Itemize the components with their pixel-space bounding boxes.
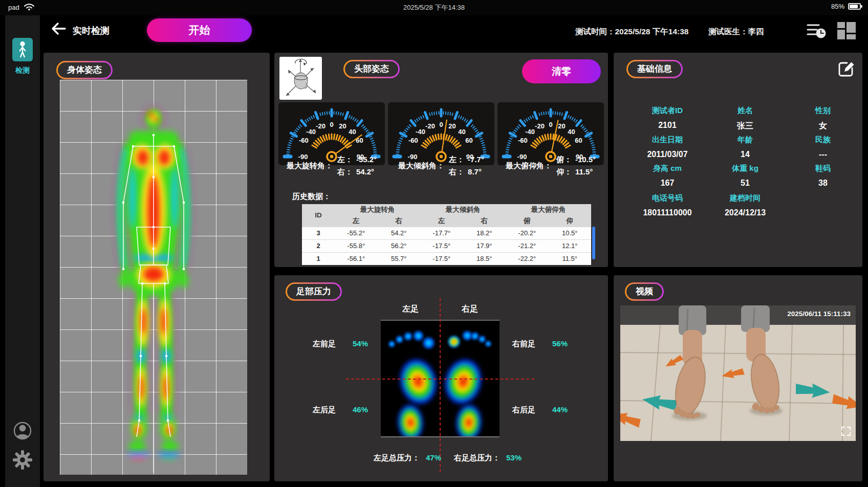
left-forefoot-label: 左前足 — [313, 339, 336, 348]
field-value: 张三 — [707, 121, 784, 131]
svg-text:40: 40 — [458, 128, 465, 136]
body-posture-title: 身体姿态 — [56, 61, 113, 79]
svg-text:-40: -40 — [525, 128, 535, 136]
field-value: 2024/12/13 — [707, 208, 784, 217]
left-rearfoot-label: 左后足 — [313, 405, 336, 414]
body-thermal-figure — [90, 95, 218, 474]
field-value: --- — [785, 150, 861, 159]
right-rearfoot-value: 44% — [552, 405, 568, 414]
history-label: 历史数据： — [292, 192, 331, 202]
left-rearfoot-value: 46% — [353, 405, 368, 414]
body-scan-grid — [60, 80, 247, 475]
field-label: 测试者ID — [629, 106, 706, 116]
status-datetime: 2025/5/28 下午14:38 — [0, 3, 868, 12]
rotation-right-value: 54.2° — [356, 167, 374, 177]
sidebar-item-label: 检测 — [5, 66, 40, 75]
account-icon[interactable] — [13, 421, 32, 440]
layout-grid-icon[interactable] — [837, 22, 857, 39]
tilt-right-value: 8.7° — [468, 167, 482, 177]
sidebar: 检测 — [5, 15, 40, 487]
svg-text:20: 20 — [339, 122, 346, 130]
svg-text:-40: -40 — [306, 128, 316, 136]
field-value: 2101 — [629, 121, 706, 130]
clear-button[interactable]: 清零 — [522, 59, 601, 83]
test-time-label: 测试时间： — [575, 27, 615, 36]
table-row: 2 -55.8°56.2° -17.5°17.9° -21.2°12.1° — [302, 239, 591, 252]
field-value: 2011/03/07 — [629, 150, 706, 159]
svg-text:20: 20 — [558, 122, 565, 130]
field-label: 身高 cm — [629, 164, 706, 173]
doctor-value: 李四 — [748, 27, 764, 36]
field-value: 167 — [629, 179, 706, 188]
page-title: 实时检测 — [73, 25, 110, 37]
field-value: 14 — [707, 150, 784, 159]
video-panel: 视频 — [614, 275, 862, 481]
field-label: 民族 — [785, 135, 861, 145]
pitch-down-value: -10.5° — [575, 155, 596, 165]
field-value: 51 — [707, 179, 784, 188]
right-forefoot-value: 56% — [552, 339, 568, 348]
left-foot-header: 左足 — [381, 304, 440, 315]
field-label: 电话号码 — [629, 193, 706, 203]
basic-info-title: 基础信息 — [626, 60, 683, 78]
tilt-left-value: -7.7° — [468, 155, 484, 165]
battery-percent: 85% — [831, 3, 844, 10]
video-title: 视频 — [625, 282, 664, 301]
foot-pressure-title: 足部压力 — [286, 282, 342, 301]
svg-text:-60: -60 — [408, 137, 418, 144]
table-scrollbar[interactable] — [592, 227, 595, 259]
field-label: 建档时间 — [707, 193, 784, 203]
metric-tilt: 最大倾斜角： 左：-7.7° 右：8.7° — [388, 155, 494, 177]
expand-icon[interactable] — [840, 426, 852, 437]
rotation-left-value: -55.2° — [356, 155, 377, 165]
svg-text:-60: -60 — [299, 137, 309, 144]
pitch-up-value: 11.5° — [575, 167, 593, 177]
test-time-value: 2025/5/28 下午14:38 — [615, 27, 689, 36]
foot-pressure-panel: 足部压力 左足 右足 左前足 54% 右前足 56% 左后足 46% — [274, 275, 608, 481]
svg-text:0: 0 — [330, 121, 333, 128]
test-time: 测试时间：2025/5/28 下午14:38 — [575, 27, 688, 37]
field-value: 38 — [785, 179, 861, 188]
start-button[interactable]: 开始 — [147, 18, 252, 42]
svg-text:40: 40 — [568, 128, 575, 136]
svg-text:40: 40 — [349, 128, 356, 136]
status-bar: pad 2025/5/28 下午14:38 85% — [0, 0, 868, 15]
test-doctor: 测试医生：李四 — [708, 27, 764, 37]
field-label: 年龄 — [707, 135, 784, 145]
table-row: 3 -55.2°54.2° -17.7°18.2° -20.2°10.5° — [302, 227, 591, 239]
right-total-value: 53% — [506, 453, 522, 463]
svg-text:-60: -60 — [518, 137, 528, 144]
right-rearfoot-label: 右后足 — [512, 405, 535, 414]
sidebar-item-detect[interactable]: 检测 — [5, 38, 40, 75]
back-button[interactable] — [50, 21, 68, 37]
svg-text:60: 60 — [465, 137, 472, 144]
history-table-wrap: ID 最大旋转角 最大倾斜角 最大俯仰角 左右 左右 俯仰 3 -55.2°54… — [302, 204, 596, 266]
field-value: 18011110000 — [629, 208, 706, 217]
video-timestamp: 2025/06/11 15:11:33 — [787, 310, 851, 318]
left-total-label: 左足总压力： — [374, 453, 420, 463]
horizontal-divider-line — [346, 379, 534, 380]
video-frame: 2025/06/11 15:11:33 — [620, 305, 856, 441]
right-foot-header: 右足 — [440, 304, 500, 315]
field-label: 性别 — [785, 106, 861, 116]
field-value: 女 — [785, 121, 861, 131]
svg-text:60: 60 — [575, 137, 582, 144]
svg-text:-20: -20 — [535, 122, 545, 130]
metric-rotation: 最大旋转角： 左：-55.2° 右：54.2° — [278, 155, 385, 177]
history-table: ID 最大旋转角 最大倾斜角 最大俯仰角 左右 左右 俯仰 3 -55.2°54… — [302, 204, 591, 265]
battery-icon — [848, 3, 861, 10]
edit-icon[interactable] — [837, 59, 856, 78]
svg-text:-40: -40 — [416, 128, 425, 136]
history-records-icon[interactable] — [807, 22, 826, 39]
head-axes-diagram — [279, 57, 322, 100]
center-divider-line — [440, 298, 441, 472]
svg-text:-20: -20 — [425, 122, 435, 130]
head-posture-panel: 头部姿态 清零 -90-60-40-20020406090 -90-60-40-… — [274, 53, 608, 267]
settings-gear-icon[interactable] — [12, 450, 33, 470]
left-forefoot-value: 54% — [353, 339, 368, 348]
doctor-label: 测试医生： — [708, 27, 748, 36]
app-root: pad 2025/5/28 下午14:38 85% 检测 实时检测 开始 — [0, 0, 868, 487]
table-row: 1 -56.1°55.7° -17.5°18.5° -22.2°11.5° — [302, 252, 591, 265]
basic-info-panel: 基础信息 测试者ID2101 姓名张三 性别女 出生日期2011/03/07 年… — [614, 53, 862, 267]
body-posture-panel: 身体姿态 — [44, 53, 270, 481]
